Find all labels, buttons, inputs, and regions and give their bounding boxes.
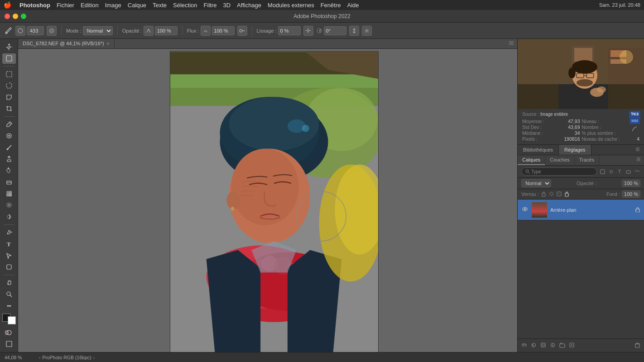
blur-tool[interactable]	[2, 200, 16, 211]
document-tab[interactable]: DSC_6782.NEF @ 44,1% (RVB/16*) ×	[18, 39, 115, 49]
gradient-tool[interactable]	[2, 188, 16, 199]
lock-all-icon[interactable]	[564, 191, 570, 198]
history-brush-tool[interactable]	[2, 165, 16, 176]
svg-point-80	[610, 170, 612, 173]
menu-image[interactable]: Image	[105, 2, 121, 9]
menu-aide[interactable]: Aide	[347, 2, 359, 9]
document-tab-close[interactable]: ×	[107, 41, 110, 46]
menu-fenetre[interactable]: Fenêtre	[321, 2, 341, 9]
delete-layer-icon[interactable]	[634, 342, 640, 349]
layers-tabs: Calques Couches Tracés	[518, 155, 644, 166]
layer-style-icon[interactable]: f	[531, 342, 537, 349]
filter-pixel-icon[interactable]	[599, 168, 606, 175]
layers-tab-couches[interactable]: Couches	[545, 155, 574, 165]
healing-brush-tool[interactable]	[2, 131, 16, 142]
crop-tool[interactable]	[2, 104, 16, 114]
menu-photoshop[interactable]: Photoshop	[19, 2, 50, 9]
color-boxes[interactable]	[2, 314, 16, 324]
opacity-value[interactable]: 100 %	[155, 26, 178, 35]
pen-tool[interactable]	[2, 227, 16, 238]
new-layer-icon[interactable]	[569, 342, 575, 349]
brush-size-control[interactable]: 433	[15, 26, 44, 36]
type-tool[interactable]: T	[2, 238, 16, 249]
filter-shape-icon[interactable]	[625, 168, 632, 175]
tab-bibliotheques[interactable]: Bibliothèques	[518, 145, 559, 155]
flux-pressure-icon[interactable]	[201, 26, 211, 36]
menu-selection[interactable]: Sélection	[173, 2, 197, 9]
canvas-settings-button[interactable]	[508, 40, 514, 48]
menu-calque[interactable]: Calque	[128, 2, 146, 9]
filter-type-icon[interactable]: T	[616, 168, 623, 175]
window-maximize-button[interactable]	[21, 14, 26, 19]
symmetry-icon[interactable]	[349, 26, 359, 36]
window-close-button[interactable]	[5, 14, 10, 19]
lasso-tool[interactable]	[2, 81, 16, 91]
stamp-tool[interactable]	[2, 154, 16, 165]
brush-size-value[interactable]: 433	[27, 26, 44, 35]
menu-filtre[interactable]: Filtre	[204, 2, 217, 9]
layers-tab-traces[interactable]: Tracés	[575, 155, 599, 165]
hand-tool[interactable]	[2, 277, 16, 288]
object-selection-tool[interactable]	[2, 92, 16, 103]
screen-mode[interactable]	[2, 338, 16, 349]
layers-search-input[interactable]: Type	[521, 167, 597, 176]
brush-preset-picker[interactable]	[15, 26, 25, 36]
levels-icon[interactable]	[631, 126, 638, 133]
layer-visibility-toggle[interactable]	[521, 206, 529, 214]
link-layers-icon[interactable]	[521, 342, 527, 349]
menu-edition[interactable]: Edition	[81, 2, 99, 9]
new-group-icon[interactable]	[559, 342, 565, 349]
extra-tools[interactable]	[2, 300, 16, 311]
brush-tool[interactable]	[2, 142, 16, 153]
menu-texte[interactable]: Texte	[153, 2, 167, 9]
lock-position-icon[interactable]	[548, 191, 554, 198]
path-selection-tool[interactable]	[2, 250, 16, 261]
status-arrow-right[interactable]: ›	[93, 355, 95, 360]
lock-artboard-icon[interactable]	[556, 191, 562, 198]
background-color[interactable]	[8, 316, 16, 324]
lissage-settings-icon[interactable]	[303, 26, 313, 36]
quick-mask-mode[interactable]	[2, 327, 16, 338]
dodge-tool[interactable]	[2, 211, 16, 222]
stat-moyenne: Moyenne : 47,93	[522, 119, 580, 124]
toolbar-divider-4	[252, 26, 252, 35]
brush-hardness-icon[interactable]	[47, 26, 57, 36]
lock-pixels-icon[interactable]	[541, 191, 547, 198]
window-minimize-button[interactable]	[13, 14, 18, 19]
filter-smart-icon[interactable]	[633, 168, 640, 175]
layers-opacity-value[interactable]: 100 %	[622, 180, 640, 187]
status-arrow-left[interactable]: ‹	[39, 355, 41, 360]
photo-canvas[interactable]	[170, 51, 379, 352]
layers-blend-mode-select[interactable]: Normal	[521, 179, 551, 187]
airbrush-icon[interactable]	[237, 26, 247, 36]
angle-value[interactable]: 0°	[324, 26, 346, 35]
layers-fill-value[interactable]: 100 %	[622, 191, 640, 198]
artboard-tool[interactable]	[2, 53, 16, 64]
lissage-value[interactable]: 0 %	[278, 26, 301, 35]
layers-panel-settings[interactable]	[636, 157, 641, 163]
menu-fichier[interactable]: Fichier	[57, 2, 74, 9]
eraser-tool[interactable]	[2, 177, 16, 188]
opacity-pressure-icon[interactable]	[144, 26, 154, 36]
tab-reglages[interactable]: Réglages	[559, 145, 591, 155]
shape-tool[interactable]	[2, 262, 16, 272]
svg-rect-65	[574, 48, 592, 62]
layer-item-arriere-plan[interactable]: Arrière-plan	[518, 200, 644, 220]
panel-settings-icon[interactable]	[635, 147, 640, 153]
zoom-tool[interactable]	[2, 289, 16, 300]
move-tool[interactable]	[2, 42, 16, 52]
flux-value[interactable]: 100 %	[212, 26, 235, 35]
add-mask-icon[interactable]	[540, 342, 546, 349]
document-tab-label: DSC_6782.NEF @ 44,1% (RVB/16*)	[23, 41, 104, 46]
mode-select[interactable]: Normal	[83, 26, 113, 35]
apple-icon[interactable]: 🍎	[4, 1, 11, 9]
eyedropper-tool[interactable]	[2, 119, 16, 130]
menu-3d[interactable]: 3D	[223, 2, 231, 9]
marquee-tool[interactable]	[2, 69, 16, 80]
menu-affichage[interactable]: Affichage	[237, 2, 261, 9]
menu-modules[interactable]: Modules externes	[268, 2, 314, 9]
layers-tab-calques[interactable]: Calques	[518, 155, 545, 165]
symmetry-extra-icon[interactable]	[362, 26, 372, 36]
filter-adjustment-icon[interactable]	[607, 168, 615, 175]
new-fill-layer-icon[interactable]	[550, 342, 556, 349]
